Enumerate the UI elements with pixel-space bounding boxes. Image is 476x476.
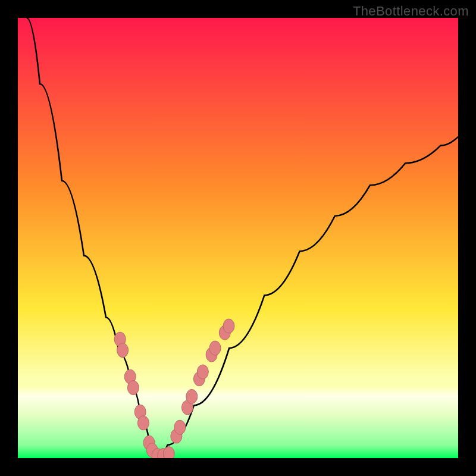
bead-marker xyxy=(209,341,221,355)
bead-marker xyxy=(223,319,234,333)
plot-area xyxy=(18,18,458,458)
bead-marker xyxy=(163,447,174,458)
bead-marker xyxy=(186,389,198,403)
watermark-text: TheBottleneck.com xyxy=(353,4,469,19)
curve-beads xyxy=(114,319,234,458)
bead-marker xyxy=(117,343,129,358)
bead-marker xyxy=(174,420,186,434)
bead-marker xyxy=(197,365,208,379)
chart-svg xyxy=(18,18,458,458)
chart-frame: TheBottleneck.com xyxy=(0,0,476,476)
bottleneck-curve xyxy=(27,18,458,456)
bead-marker xyxy=(137,416,149,430)
bead-marker xyxy=(127,381,139,395)
